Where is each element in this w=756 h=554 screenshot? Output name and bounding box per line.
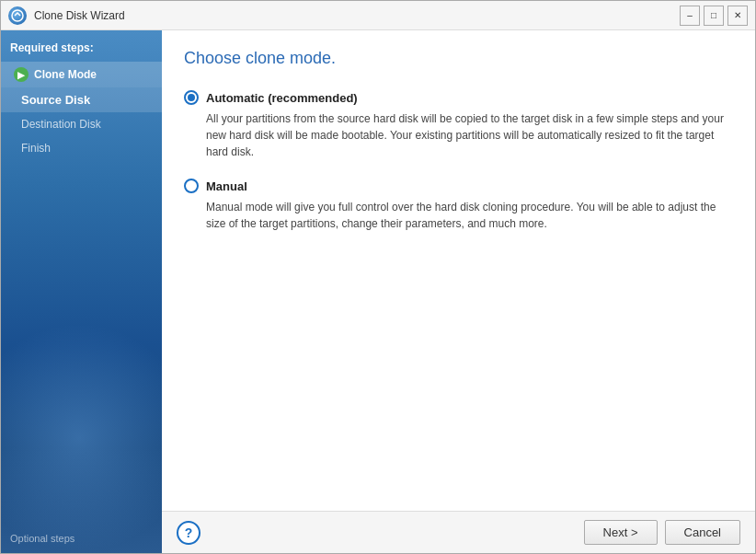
bottom-bar: ? Next > Cancel bbox=[162, 511, 755, 553]
sidebar-item-source-disk[interactable]: Source Disk bbox=[1, 87, 162, 112]
automatic-option: Automatic (recommended) All your partiti… bbox=[184, 90, 733, 160]
next-button[interactable]: Next > bbox=[584, 520, 658, 545]
option-group: Automatic (recommended) All your partiti… bbox=[184, 90, 733, 232]
right-panel: Choose clone mode. Automatic (recommende… bbox=[162, 30, 755, 553]
panel-content: Choose clone mode. Automatic (recommende… bbox=[162, 30, 755, 511]
minimize-button[interactable]: – bbox=[680, 6, 700, 26]
manual-radio[interactable] bbox=[184, 179, 199, 193]
destination-disk-label: Destination Disk bbox=[21, 118, 101, 131]
app-icon bbox=[8, 6, 27, 25]
manual-label: Manual bbox=[206, 179, 247, 193]
automatic-label-row: Automatic (recommended) bbox=[184, 90, 733, 105]
sidebar-footer: Optional steps bbox=[1, 524, 162, 553]
window-title: Clone Disk Wizard bbox=[34, 9, 680, 22]
main-window: Clone Disk Wizard – □ ✕ Required steps: … bbox=[0, 0, 756, 554]
close-button[interactable]: ✕ bbox=[727, 6, 748, 26]
sidebar-item-destination-disk[interactable]: Destination Disk bbox=[1, 112, 162, 136]
window-controls: – □ ✕ bbox=[680, 6, 748, 26]
sidebar: Required steps: ▶ Clone Mode Source Disk… bbox=[1, 30, 162, 553]
automatic-label: Automatic (recommended) bbox=[206, 91, 358, 105]
svg-point-0 bbox=[12, 10, 23, 21]
title-bar: Clone Disk Wizard – □ ✕ bbox=[1, 1, 755, 30]
action-buttons: Next > Cancel bbox=[584, 520, 740, 545]
clone-mode-arrow: ▶ bbox=[14, 67, 29, 82]
manual-description: Manual mode will give you full control o… bbox=[206, 199, 733, 232]
finish-label: Finish bbox=[21, 142, 51, 155]
cancel-button[interactable]: Cancel bbox=[665, 520, 740, 545]
sidebar-items: ▶ Clone Mode Source Disk Destination Dis… bbox=[1, 62, 162, 524]
clone-mode-label: Clone Mode bbox=[34, 68, 97, 81]
manual-option: Manual Manual mode will give you full co… bbox=[184, 179, 733, 232]
sidebar-header: Required steps: bbox=[1, 30, 162, 62]
restore-button[interactable]: □ bbox=[704, 6, 724, 26]
main-layout: Required steps: ▶ Clone Mode Source Disk… bbox=[1, 30, 755, 553]
panel-title: Choose clone mode. bbox=[184, 49, 733, 68]
sidebar-item-finish[interactable]: Finish bbox=[1, 136, 162, 160]
sidebar-item-clone-mode[interactable]: ▶ Clone Mode bbox=[1, 62, 162, 87]
automatic-radio[interactable] bbox=[184, 90, 199, 105]
help-button[interactable]: ? bbox=[177, 521, 200, 545]
automatic-description: All your partitions from the source hard… bbox=[206, 110, 733, 160]
source-disk-label: Source Disk bbox=[21, 93, 90, 107]
manual-label-row: Manual bbox=[184, 179, 733, 193]
